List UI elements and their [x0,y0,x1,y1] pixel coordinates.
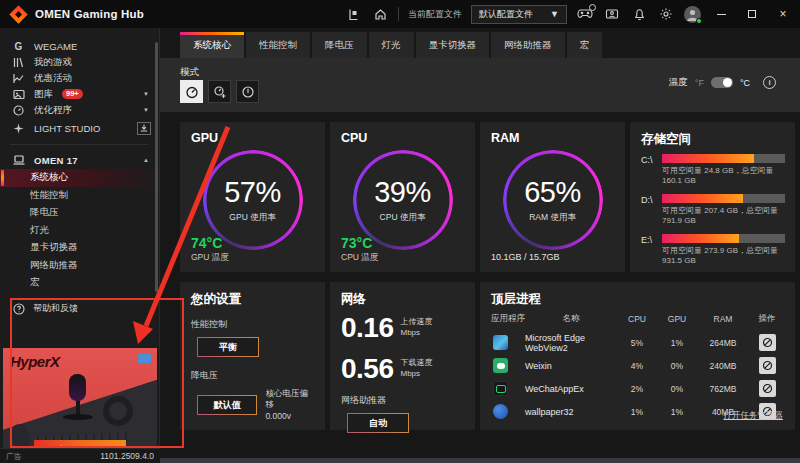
edge-webview-icon [493,335,508,350]
end-process-button[interactable] [759,334,776,351]
minimize-icon [717,14,726,15]
device-section-header[interactable]: OMEN 17 ▲ [0,151,159,169]
undervolt-value-button[interactable]: 默认值 [197,395,257,415]
sidebar-scrollbar[interactable] [155,42,158,292]
sidebar-item-wegame[interactable]: G WEGAME [0,38,159,54]
download-speed-value: 0.56 [341,353,394,385]
gamepad-icon[interactable] [576,5,594,23]
minimize-button[interactable] [710,4,732,24]
sidebar-item-performance-control[interactable]: 性能控制 [0,187,159,205]
weixin-icon [493,358,508,373]
network-booster-value-button[interactable]: 自动 [347,413,409,433]
process-gpu: 0% [657,384,697,394]
avatar[interactable] [684,6,701,23]
power-icon [241,85,255,99]
sidebar-item-optimizer[interactable]: 优化程序 ▼ [0,102,159,118]
community-icon[interactable] [603,5,621,23]
install-icon[interactable] [137,122,151,135]
sidebar-item-system-core[interactable]: 系统核心 [0,169,159,187]
sidebar-item-network-booster[interactable]: 网络助推器 [0,257,159,275]
ram-usage-percent: 65% [503,176,603,209]
col-action: 操作 [749,310,785,331]
tab-undervolt[interactable]: 降电压 [312,32,367,59]
cpu-temperature-value: 73°C [341,235,378,251]
tab-network-booster[interactable]: 网络助推器 [491,32,565,59]
info-icon[interactable]: i [763,76,776,89]
sidebar-item-undervolt[interactable]: 降电压 [0,204,159,222]
gallery-icon [12,89,25,100]
power-mode-button[interactable] [236,80,259,103]
hyperx-ad-banner[interactable]: HyperX 立即购买 [3,348,157,463]
sidebar-item-lighting[interactable]: 灯光 [0,222,159,240]
tab-macro[interactable]: 宏 [567,32,603,59]
drive-usage-fill [662,194,743,203]
sidebar-item-gallery[interactable]: 图库 99+ ▼ [0,86,159,102]
sidebar-item-label: 宏 [30,276,40,289]
sidebar-item-label: WEGAME [34,41,77,52]
temperature-unit-control: 温度 °F °C i [669,76,776,89]
drive-letter: D:\ [641,194,662,227]
rewards-icon[interactable] [344,5,362,23]
process-name: Microsoft Edge WebView2 [525,333,617,353]
sidebar-item-label: 系统核心 [30,171,68,184]
upload-speed-value: 0.16 [341,312,394,344]
chevron-down-icon: ▼ [143,107,149,113]
core-voltage-offset-label: 核心电压偏移 [265,388,315,411]
process-gpu: 0% [657,361,697,371]
close-button[interactable]: × [772,4,794,24]
block-icon [762,337,773,348]
drive-usage-bar [662,194,785,203]
mode-bar: 模式 温度 °F °C i [160,58,800,112]
ram-usage-detail: 10.1GB / 15.7GB [491,252,560,262]
gpu-temperature-value: 74°C [191,235,229,251]
sidebar-item-my-games[interactable]: 我的游戏 [0,54,159,70]
end-process-button[interactable] [759,380,776,397]
tab-system-core[interactable]: 系统核心 [180,32,244,59]
storage-card: 存储空间 C:\ 可用空间量 24.8 GB，总空间量 160.1 GB D:\… [630,122,795,272]
notification-badge [589,4,596,11]
main-content: 系统核心 性能控制 降电压 灯光 显卡切换器 网络助推器 宏 模式 [160,28,800,463]
drive-usage-fill [662,154,754,163]
process-cpu: 2% [617,384,657,394]
drive-usage-desc: 可用空间量 207.4 GB，总空间量 791.9 GB [662,206,785,227]
app-title: OMEN Gaming Hub [35,8,144,20]
drive-usage-fill [662,234,739,243]
ad-mic-graphic [69,374,86,401]
bell-icon[interactable] [630,5,648,23]
performance-mode-button[interactable] [180,80,203,103]
performance-mode-value-button[interactable]: 平衡 [197,337,259,357]
cpu-usage-label: CPU 使用率 [353,212,453,224]
open-task-manager-link[interactable]: 打开任务管理器 [724,410,784,422]
chevron-up-icon: ▲ [143,157,149,163]
ad-label: 广告 [6,451,22,462]
ram-usage-label: RAM 使用率 [503,212,603,224]
process-row: Weixin 4% 0% 240MB [491,354,785,377]
maximize-button[interactable] [741,4,763,24]
tab-gpu-switcher[interactable]: 显卡切换器 [416,32,490,59]
profile-dropdown[interactable]: 默认配置文件 ▼ [471,5,567,24]
sidebar-item-light-studio[interactable]: LIGHT STUDIO [0,118,159,138]
wechatappex-icon [493,381,508,396]
sidebar-item-promotions[interactable]: 优惠活动 [0,70,159,86]
gpu-usage-label: GPU 使用率 [203,212,303,224]
sidebar-item-macro[interactable]: 宏 [0,274,159,292]
omen-gaming-hub-window: OMEN Gaming Hub 当前配置文件 默认配置文件 ▼ [0,0,800,463]
home-icon[interactable] [371,5,389,23]
process-gpu: 1% [657,407,697,417]
sidebar-item-gpu-switcher[interactable]: 显卡切换器 [0,239,159,257]
toggle-knob [723,78,732,87]
col-name: 名称 [525,310,617,331]
custom-mode-button[interactable] [208,80,231,103]
process-row: Microsoft Edge WebView2 5% 1% 264MB [491,331,785,354]
tab-performance-control[interactable]: 性能控制 [246,32,310,59]
gpu-usage-percent: 57% [203,176,303,209]
drive-row-d: D:\ 可用空间量 207.4 GB，总空间量 791.9 GB [641,194,785,227]
tab-lighting[interactable]: 灯光 [369,32,414,59]
gear-icon[interactable] [657,5,675,23]
temperature-unit-toggle[interactable] [711,77,733,88]
end-process-button[interactable] [759,357,776,374]
cpu-usage-percent: 39% [353,176,453,209]
process-ram: 762MB [697,384,749,394]
help-and-feedback[interactable]: 帮助和反馈 [0,301,159,317]
titlebar-separator [398,7,399,21]
